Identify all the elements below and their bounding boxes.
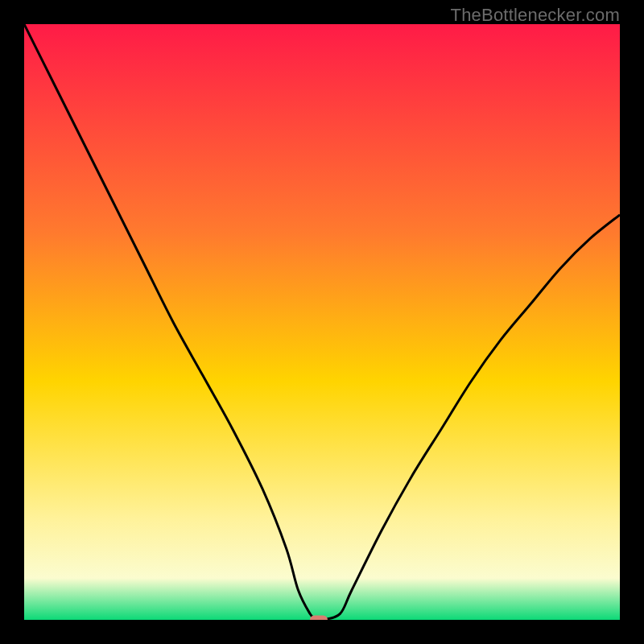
minimum-marker — [310, 616, 328, 621]
plot-area — [24, 24, 620, 620]
chart-frame: TheBottlenecker.com — [0, 0, 644, 644]
bottleneck-curve — [24, 24, 620, 620]
source-watermark: TheBottlenecker.com — [451, 5, 620, 26]
